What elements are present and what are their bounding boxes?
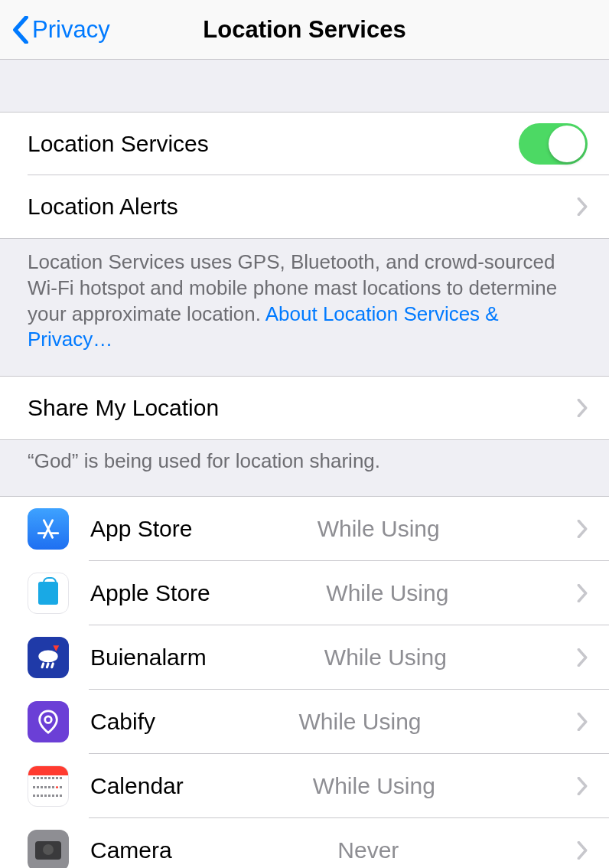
back-button[interactable]: Privacy: [12, 16, 110, 44]
navbar: Privacy Location Services: [0, 0, 609, 60]
calendar-grid-icon: [33, 777, 64, 801]
app-name-label: Camera: [90, 837, 172, 863]
svg-point-4: [38, 651, 57, 663]
location-services-description: Location Services uses GPS, Bluetooth, a…: [0, 239, 609, 376]
location-alerts-label: Location Alerts: [28, 194, 178, 220]
svg-line-8: [52, 664, 54, 667]
chevron-right-icon: [577, 713, 588, 731]
location-services-label: Location Services: [28, 131, 209, 157]
app-row-applestore[interactable]: Apple StoreWhile Using: [0, 561, 609, 625]
camera-icon: [35, 841, 61, 860]
app-permission-value: While Using: [326, 580, 448, 606]
appstore-icon: [35, 516, 61, 542]
chevron-right-icon: [577, 777, 588, 795]
app-permission-value: While Using: [313, 773, 435, 799]
chevron-right-icon: [577, 584, 588, 602]
chevron-right-icon: [577, 520, 588, 538]
shopping-bag-icon: [38, 582, 58, 605]
app-permission-value: Never: [337, 837, 399, 863]
share-my-location-label: Share My Location: [28, 395, 219, 421]
cabify-app-icon: [28, 701, 69, 742]
page-title: Location Services: [203, 16, 405, 44]
back-label: Privacy: [32, 16, 110, 44]
app-row-buien[interactable]: BuienalarmWhile Using: [0, 625, 609, 690]
chevron-right-icon: [577, 841, 588, 860]
calendar-app-icon: [28, 765, 69, 807]
app-row-appstore[interactable]: App StoreWhile Using: [0, 497, 609, 561]
app-row-cabify[interactable]: CabifyWhile Using: [0, 690, 609, 754]
app-permission-value: While Using: [318, 516, 440, 542]
camera-app-icon: [28, 830, 69, 868]
rain-cloud-icon: [34, 643, 63, 672]
location-alerts-row[interactable]: Location Alerts: [0, 175, 609, 238]
app-permission-value: While Using: [324, 644, 447, 671]
app-list: App StoreWhile UsingApple StoreWhile Usi…: [0, 496, 609, 868]
svg-marker-5: [53, 645, 59, 651]
app-row-camera[interactable]: CameraNever: [0, 818, 609, 868]
location-services-row: Location Services: [0, 113, 609, 175]
chevron-right-icon: [577, 648, 588, 667]
app-name-label: Apple Store: [90, 580, 210, 606]
app-permission-value: While Using: [298, 709, 421, 735]
app-name-label: Cabify: [90, 709, 155, 735]
chevron-right-icon: [577, 197, 588, 216]
share-footer-text: “God” is being used for location sharing…: [0, 440, 609, 496]
chevron-right-icon: [577, 399, 588, 417]
applestore-app-icon: [28, 573, 69, 614]
svg-line-6: [42, 664, 44, 667]
pin-icon: [35, 709, 61, 735]
buien-app-icon: [28, 637, 69, 678]
appstore-app-icon: [28, 508, 69, 550]
app-row-calendar[interactable]: CalendarWhile Using: [0, 754, 609, 818]
svg-point-9: [45, 716, 52, 723]
location-services-toggle[interactable]: [519, 123, 588, 165]
chevron-left-icon: [12, 16, 29, 44]
svg-line-7: [47, 664, 48, 667]
share-group: Share My Location: [0, 376, 609, 440]
share-my-location-row[interactable]: Share My Location: [0, 377, 609, 439]
app-name-label: App Store: [90, 516, 192, 542]
app-name-label: Buienalarm: [90, 644, 207, 671]
app-name-label: Calendar: [90, 773, 184, 799]
main-settings-group: Location Services Location Alerts: [0, 112, 609, 239]
